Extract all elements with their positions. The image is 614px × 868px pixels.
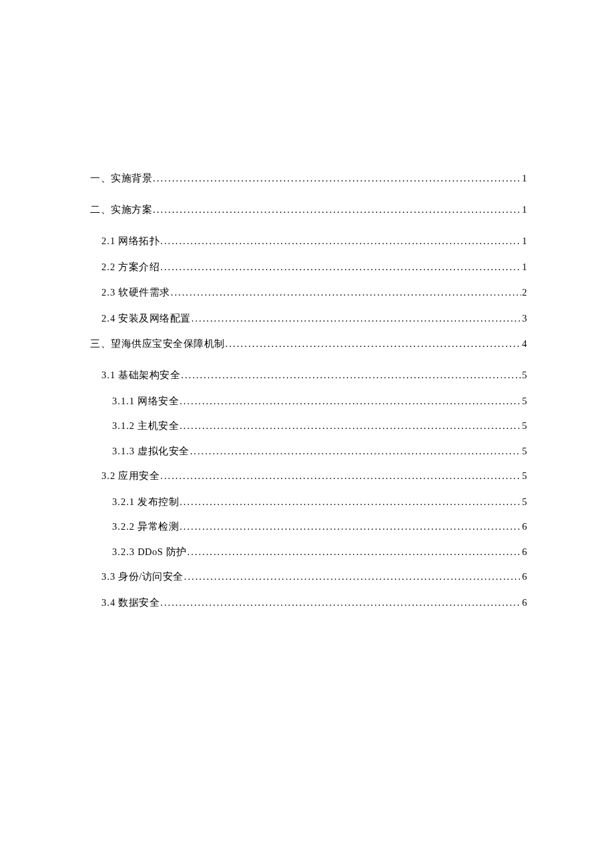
toc-leader-dots	[180, 497, 521, 507]
toc-entry-title: 异常检测	[135, 521, 179, 532]
toc-entry-page: 1	[522, 262, 527, 272]
toc-entry-number: 3.2.1	[112, 497, 135, 507]
document-page: 一、实施背景1二、实施方案12.1 网络拓扑12.2 方案介绍12.3 软硬件需…	[0, 0, 614, 607]
toc-entry: 二、实施方案1	[90, 205, 527, 215]
toc-entry-label: 3.2.3 DDoS 防护	[112, 547, 187, 557]
toc-leader-dots	[160, 262, 521, 272]
toc-entry-title: 主机安全	[135, 420, 179, 431]
toc-entry-label: 2.3 软硬件需求	[101, 288, 170, 298]
toc-entry: 3.2.3 DDoS 防护6	[90, 547, 527, 557]
toc-entry-page: 1	[522, 173, 527, 183]
toc-entry-number: 3.1.3	[112, 446, 135, 456]
toc-entry-number: 2.2	[101, 262, 115, 272]
toc-entry-title: 数据安全	[115, 597, 160, 608]
toc-entry-title: 虚拟化安全	[135, 446, 190, 456]
toc-entry: 3.1.1 网络安全 5	[90, 396, 527, 406]
toc-leader-dots	[192, 314, 522, 324]
toc-entry-label: 二、实施方案	[90, 205, 152, 215]
toc-entry-title: 方案介绍	[115, 262, 160, 272]
toc-leader-dots	[190, 446, 522, 456]
toc-entry-page: 4	[522, 339, 527, 349]
toc-leader-dots	[180, 396, 521, 406]
toc-entry: 3.1.3 虚拟化安全 5	[90, 446, 527, 456]
toc-entry-page: 5	[522, 471, 527, 481]
toc-entry-label: 2.2 方案介绍	[101, 262, 160, 272]
toc-leader-dots	[180, 522, 521, 532]
toc-entry: 2.2 方案介绍1	[90, 262, 527, 272]
toc-entry: 3.3 身份/访问安全6	[90, 572, 527, 582]
toc-entry-label: 三、望海供应宝安全保障机制	[90, 339, 225, 349]
toc-entry-page: 5	[522, 446, 527, 456]
toc-entry-label: 3.2.2 异常检测	[112, 522, 179, 532]
toc-entry: 2.1 网络拓扑1	[90, 236, 527, 246]
toc-entry-label: 2.1 网络拓扑	[101, 236, 160, 246]
toc-entry-label: 3.1.2 主机安全	[112, 421, 179, 431]
toc-leader-dots	[160, 471, 521, 481]
toc-leader-dots	[160, 236, 521, 246]
toc-entry-number: 3.4	[101, 598, 115, 608]
toc-entry-number: 3.3	[101, 572, 115, 582]
toc-leader-dots	[153, 173, 521, 183]
toc-entry-title: 发布控制	[135, 496, 179, 507]
toc-entry-page: 3	[522, 314, 527, 324]
toc-entry-page: 6	[522, 547, 527, 557]
toc-entry-label: 一、实施背景	[90, 173, 152, 183]
toc-entry-label: 3.1.3 虚拟化安全	[112, 446, 190, 456]
toc-leader-dots	[181, 370, 521, 380]
toc-leader-dots	[226, 339, 522, 349]
toc-entry-number: 3.2.2	[112, 522, 135, 532]
toc-entry-page: 6	[522, 572, 527, 582]
toc-entry-page: 5	[522, 421, 527, 431]
toc-entry-page: 1	[522, 205, 527, 215]
toc-entry: 三、望海供应宝安全保障机制4	[90, 339, 527, 349]
toc-entry-title: 二、实施方案	[90, 204, 152, 215]
toc-entry-label: 3.4 数据安全	[101, 598, 160, 608]
toc-entry-page: 1	[522, 236, 527, 246]
toc-entry-label: 2.4 安装及网络配置	[101, 314, 191, 324]
toc-leader-dots	[180, 421, 521, 431]
toc-leader-dots	[188, 547, 522, 557]
toc-entry-title: 三、望海供应宝安全保障机制	[90, 338, 225, 349]
toc-entry-page: 6	[522, 522, 527, 532]
toc-entry: 2.3 软硬件需求2	[90, 288, 527, 298]
toc-entry-title: 基础架构安全	[115, 370, 180, 380]
toc-entry: 3.1 基础架构安全5	[90, 370, 527, 380]
toc-leader-dots	[160, 598, 521, 608]
toc-entry-number: 3.1	[101, 370, 115, 380]
toc-leader-dots	[153, 205, 521, 215]
toc-entry-page: 5	[522, 396, 527, 406]
toc-entry-page: 5	[522, 370, 527, 380]
toc-entry-number: 2.1	[101, 236, 115, 246]
toc-entry-label: 3.3 身份/访问安全	[101, 572, 184, 582]
toc-entry-title: 网络安全	[135, 396, 179, 406]
toc-entry-number: 3.1.2	[112, 421, 135, 431]
toc-entry: 3.4 数据安全6	[90, 598, 527, 608]
toc-entry: 3.2.2 异常检测 6	[90, 522, 527, 532]
toc-entry-number: 3.2	[101, 471, 115, 481]
toc-entry-label: 3.2 应用安全	[101, 471, 160, 481]
toc-entry-title: 身份/访问安全	[115, 571, 184, 582]
toc-entry: 3.1.2 主机安全 5	[90, 421, 527, 431]
toc-entry-title: 应用安全	[115, 470, 160, 481]
toc-entry-number: 2.4	[101, 314, 115, 324]
toc-entry-title: 软硬件需求	[115, 287, 170, 298]
toc-entry-number: 3.2.3	[112, 547, 135, 557]
toc-leader-dots	[171, 288, 522, 298]
toc-entry-page: 2	[522, 288, 527, 298]
toc-entry-title: 一、实施背景	[90, 173, 152, 183]
toc-entry-number: 2.3	[101, 288, 115, 298]
toc-entry-label: 3.1 基础架构安全	[101, 370, 180, 380]
toc-entry-page: 6	[522, 598, 527, 608]
toc-entry: 2.4 安装及网络配置3	[90, 314, 527, 324]
toc-entry-page: 5	[522, 497, 527, 507]
toc-entry: 一、实施背景1	[90, 173, 527, 183]
toc-entry-label: 3.2.1 发布控制	[112, 497, 179, 507]
toc-leader-dots	[184, 572, 521, 582]
toc-entry-title: DDoS 防护	[135, 546, 187, 557]
toc-entry: 3.2 应用安全5	[90, 471, 527, 481]
table-of-contents: 一、实施背景1二、实施方案12.1 网络拓扑12.2 方案介绍12.3 软硬件需…	[90, 173, 527, 607]
toc-entry: 3.2.1 发布控制 5	[90, 497, 527, 507]
toc-entry-label: 3.1.1 网络安全	[112, 396, 179, 406]
toc-entry-title: 安装及网络配置	[115, 313, 191, 324]
toc-entry-title: 网络拓扑	[115, 236, 160, 246]
